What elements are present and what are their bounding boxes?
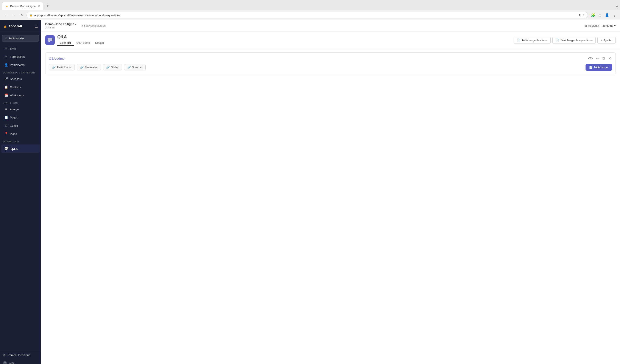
- sidebar-item-contacts[interactable]: 📋 Contacts: [1, 83, 40, 91]
- sidebar-item-sms[interactable]: ✉ SMS: [1, 45, 40, 52]
- sidebar-item-config[interactable]: ⚙ Config: [1, 122, 40, 129]
- qa-list: Q&A démo </> ✏ ⧉ ✕ 🔗 Participants: [41, 49, 620, 78]
- sidebar-item-param-technique[interactable]: ⚙ Param. Technique: [0, 351, 41, 359]
- download-questions-label: Télécharger les questions: [560, 39, 592, 42]
- qa-item-footer: 🔗 Participants 🔗 Moderator 🔗 Slides: [49, 64, 612, 71]
- address-text: app.appcraft.events/appcraft/event/exerc…: [34, 14, 577, 17]
- active-tab[interactable]: ▲ Demo - Doc en ligne ✕: [2, 2, 44, 10]
- tab-liste[interactable]: Liste 1: [57, 40, 74, 46]
- sidebar-item-plans[interactable]: 📍 Plans: [1, 130, 40, 138]
- sidebar-item-label: Pages: [10, 116, 18, 119]
- tab-title: Demo - Doc en ligne: [10, 4, 36, 8]
- qa-item-header: Q&A démo </> ✏ ⧉ ✕: [49, 56, 612, 61]
- tab-qa-demo[interactable]: Q&A démo: [74, 40, 93, 46]
- more-button[interactable]: ⋮: [611, 12, 617, 18]
- hash-icon: #: [81, 24, 83, 27]
- add-label: Ajouter: [604, 39, 612, 42]
- link-slides-button[interactable]: 🔗 Slides: [103, 64, 122, 70]
- browser-tabs: ▲ Demo - Doc en ligne ✕ + ⌄: [0, 0, 620, 10]
- tab-liste-label: Liste: [60, 41, 66, 44]
- close-tab-button[interactable]: ✕: [37, 4, 40, 8]
- user-name: Johanna: [603, 24, 613, 27]
- event-dropdown-arrow[interactable]: ▾: [75, 23, 76, 26]
- window-button[interactable]: ⊡: [597, 12, 603, 18]
- download-links-icon: 📄: [517, 39, 520, 42]
- logo: ▲ appcraft.: [3, 24, 23, 29]
- header-right: ⊞ AppCraft Johanna ▾: [585, 24, 616, 27]
- sidebar-item-pages[interactable]: 📄 Pages: [1, 114, 40, 121]
- contacts-icon: 📋: [4, 85, 8, 89]
- new-tab-button[interactable]: +: [44, 2, 51, 10]
- tab-qa-demo-label: Q&A démo: [77, 41, 90, 44]
- config-icon: ⚙: [4, 124, 8, 127]
- sidebar-help-label: Aide: [9, 361, 15, 364]
- tab-design[interactable]: Design: [93, 40, 107, 46]
- link-icon: 🔗: [127, 66, 131, 69]
- logo-text: appcraft.: [9, 24, 23, 28]
- sidebar-bottom: ⚙ Param. Technique ? Aide: [0, 351, 41, 364]
- sidebar-item-speakers[interactable]: 🎤 Speakers: [1, 75, 40, 83]
- extensions-button[interactable]: 🧩: [590, 12, 597, 18]
- qa-download-icon: 📄: [589, 66, 592, 69]
- formulaires-icon: ✏: [4, 55, 8, 58]
- qa-code-button[interactable]: </>: [587, 56, 594, 61]
- access-site-button[interactable]: ⊙ Accès au site: [2, 35, 39, 42]
- page-content: Q&A Liste 1 Q&A démo Design: [41, 31, 620, 364]
- sidebar-item-participants[interactable]: 👤 Participants: [1, 61, 40, 69]
- toolbar-actions: 🧩 ⊡ 👤 ⋮: [590, 12, 617, 18]
- refresh-button[interactable]: ↻: [19, 12, 25, 18]
- address-bar[interactable]: 🔒 app.appcraft.events/appcraft/event/exe…: [27, 12, 588, 18]
- profile-button[interactable]: 👤: [604, 12, 610, 18]
- participants-icon: 👤: [4, 63, 8, 67]
- sidebar-item-qa-label: Q&A: [11, 147, 18, 151]
- bookmark-icon[interactable]: ☆: [582, 13, 585, 17]
- link-participants-button[interactable]: 🔗 Participants: [49, 64, 75, 70]
- sms-icon: ✉: [4, 47, 8, 50]
- sidebar-item-formulaires[interactable]: ✏ Formulaires: [1, 53, 40, 61]
- browser-chrome: ▲ Demo - Doc en ligne ✕ + ⌄ ← → ↻ 🔒 app.…: [0, 0, 620, 20]
- sidebar-item-qa[interactable]: 💬 Q&A: [1, 145, 40, 153]
- link-label: Moderator: [85, 66, 98, 69]
- help-icon: ?: [3, 361, 7, 364]
- qa-delete-button[interactable]: ✕: [607, 56, 612, 61]
- event-selector[interactable]: Demo - Doc en ligne ▾ Johanna # 53nX0Mbj…: [45, 22, 106, 29]
- qa-download-button[interactable]: 📄 Télécharger: [586, 64, 612, 71]
- share-icon[interactable]: ⬆: [578, 13, 581, 17]
- access-label: Accès au site: [8, 37, 24, 40]
- qa-item-title[interactable]: Q&A démo: [49, 57, 65, 60]
- qa-title-section: Q&A Liste 1 Q&A démo Design: [45, 34, 107, 46]
- link-icon: 🔗: [80, 66, 84, 69]
- sidebar-header: ▲ appcraft. ☰: [0, 20, 41, 32]
- menu-toggle-button[interactable]: ☰: [34, 24, 38, 29]
- back-button[interactable]: ←: [3, 12, 9, 18]
- sidebar-item-aide[interactable]: ? Aide: [0, 359, 41, 364]
- app-container: ▲ appcraft. ☰ ⊙ Accès au site ✉ SMS ✏ Fo…: [0, 20, 620, 364]
- link-speaker-button[interactable]: 🔗 Speaker: [124, 64, 146, 70]
- event-id-value: 53nX0MbjqlOo1h: [84, 24, 106, 27]
- qa-sidebar-icon: 💬: [4, 147, 8, 151]
- logo-icon: ▲: [3, 24, 7, 29]
- qa-edit-button[interactable]: ✏: [595, 56, 600, 61]
- link-label: Speaker: [132, 66, 142, 69]
- link-label: Slides: [111, 66, 119, 69]
- qa-title-with-tabs: Q&A Liste 1 Q&A démo Design: [57, 34, 107, 46]
- access-icon: ⊙: [5, 37, 7, 40]
- qa-page-title: Q&A: [57, 34, 107, 39]
- sidebar-item-label: Param. Technique: [8, 353, 30, 357]
- qa-tabs: Liste 1 Q&A démo Design: [57, 40, 107, 46]
- lock-icon: 🔒: [29, 14, 32, 16]
- apercu-icon: 🖥: [4, 107, 8, 111]
- plans-icon: 📍: [4, 132, 8, 136]
- download-links-button[interactable]: 📄 Télécharger les liens: [513, 37, 551, 44]
- user-menu[interactable]: Johanna ▾: [603, 24, 616, 27]
- qa-item-actions: </> ✏ ⧉ ✕: [587, 56, 612, 61]
- sidebar-item-apercu[interactable]: 🖥 Aperçu: [1, 105, 40, 113]
- qa-copy-button[interactable]: ⧉: [602, 56, 606, 61]
- forward-button[interactable]: →: [11, 12, 17, 18]
- sidebar-item-workshops[interactable]: 📅 Workshops: [1, 91, 40, 99]
- download-questions-button[interactable]: 📄 Télécharger les questions: [552, 37, 596, 44]
- param-technique-icon: ⚙: [3, 353, 6, 357]
- link-moderator-button[interactable]: 🔗 Moderator: [77, 64, 101, 70]
- add-button[interactable]: + Ajouter: [597, 37, 616, 44]
- browser-toolbar: ← → ↻ 🔒 app.appcraft.events/appcraft/eve…: [0, 10, 620, 20]
